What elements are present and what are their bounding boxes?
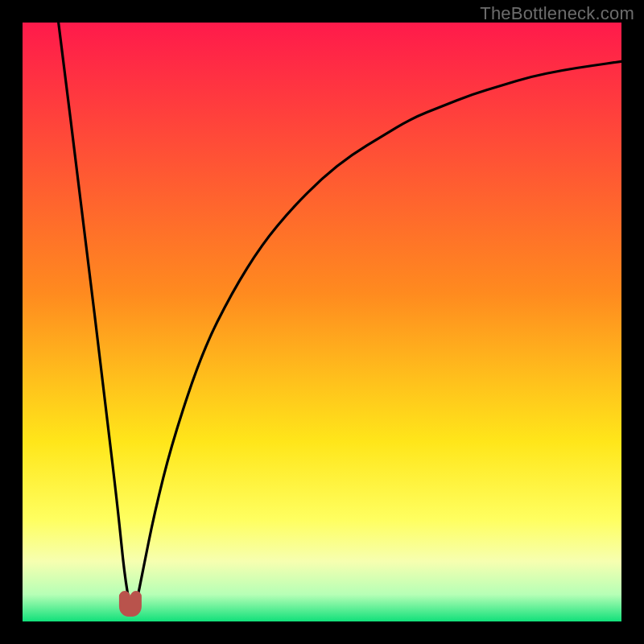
optimum-marker (125, 597, 136, 611)
plot-area (23, 23, 621, 621)
chart-svg (23, 23, 621, 621)
gradient-background (23, 23, 621, 621)
watermark-text: TheBottleneck.com (480, 3, 634, 24)
chart-frame: TheBottleneck.com (0, 0, 644, 644)
